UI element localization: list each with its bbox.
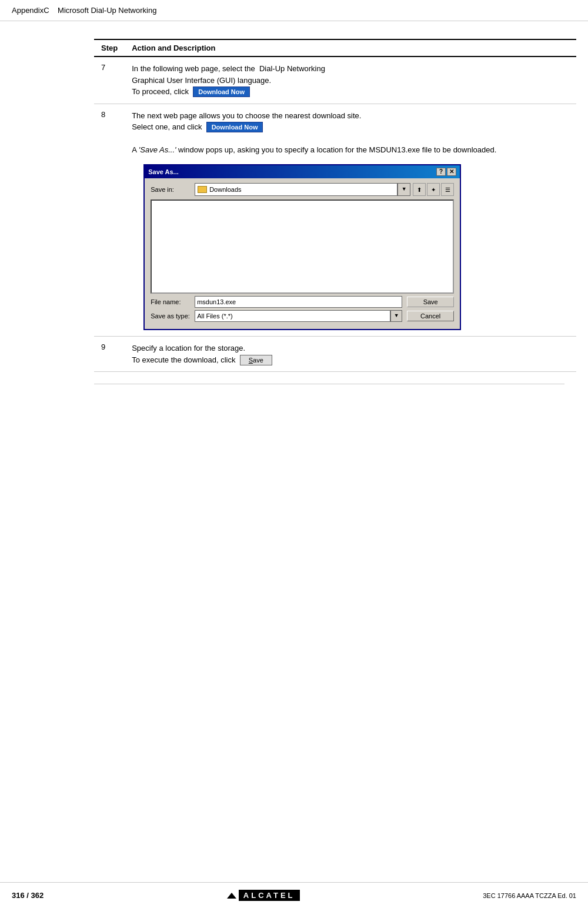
triangle-icon	[227, 893, 236, 899]
table-row: 9 Specify a location for the storage. To…	[94, 337, 576, 372]
save-label: ave	[253, 357, 263, 364]
dialog-titlebar: Save As... ? ✕	[145, 165, 460, 179]
savein-value: Downloads	[209, 185, 241, 195]
step8-para2: A 'Save As...' window pops up, asking yo…	[132, 145, 496, 154]
header-title: Microsoft Dial-Up Networking	[58, 6, 156, 15]
table-row: 8 The next web page allows you to choose…	[94, 104, 576, 337]
toolbar-btn-3[interactable]: ☰	[441, 183, 454, 196]
col-action: Action and Description	[125, 39, 576, 56]
savein-box[interactable]: Downloads	[195, 183, 397, 196]
alcatel-logo-block: ALCATEL	[239, 890, 300, 901]
savetype-label: Save as type:	[151, 311, 195, 321]
savein-control: Downloads ▼ ⬆ ✦ ☰	[195, 183, 454, 196]
dialog-savein-row: Save in: Downloads ▼ ⬆ ✦	[151, 183, 454, 196]
dialog-help-button[interactable]: ?	[436, 168, 446, 176]
step-action: In the following web page, select the Di…	[125, 56, 576, 104]
footer-logo: ALCATEL	[227, 890, 300, 901]
step7-line3: To proceed, click	[132, 87, 191, 96]
toolbar-btn-2[interactable]: ✦	[427, 183, 440, 196]
table-row: 7 In the following web page, select the …	[94, 56, 576, 104]
download-now-button-2[interactable]: Download Now	[206, 122, 263, 132]
filename-label: File name:	[151, 297, 195, 307]
alcatel-logo-text: ALCATEL	[243, 891, 295, 900]
col-step: Step	[94, 39, 125, 56]
savein-dropdown[interactable]: ▼	[397, 183, 410, 196]
folder-icon	[198, 186, 207, 193]
dialog-file-area	[151, 199, 454, 294]
savetype-dropdown[interactable]: ▼	[390, 310, 402, 322]
step7-line2: Graphical User Interface (GUI) language.	[132, 76, 271, 85]
savein-label: Save in:	[151, 185, 195, 195]
dialog-toolbar: ⬆ ✦ ☰	[413, 183, 454, 196]
dialog-cancel-button[interactable]: Cancel	[407, 311, 454, 321]
download-now-button-1[interactable]: Download Now	[193, 87, 250, 97]
step-number: 9	[94, 337, 125, 372]
save-as-dialog: Save As... ? ✕ Save in:	[143, 164, 461, 331]
step8-line1: The next web page allows you to choose t…	[132, 111, 361, 120]
filename-input[interactable]	[195, 296, 402, 308]
savetype-input[interactable]	[195, 310, 390, 322]
step9-line2: To execute the download, click	[132, 355, 238, 364]
page-number: 316 / 362	[12, 891, 44, 900]
toolbar-btn-1[interactable]: ⬆	[413, 183, 426, 196]
filename-row: File name: Save	[151, 296, 454, 308]
step9-line1: Specify a location for the storage.	[132, 344, 245, 352]
dialog-title: Save As...	[148, 167, 179, 177]
dialog-close-button[interactable]: ✕	[447, 168, 456, 176]
header-appendix: AppendixC	[12, 6, 49, 15]
page-footer: 316 / 362 ALCATEL 3EC 17766 AAAA TCZZA E…	[0, 882, 588, 908]
step7-line1: In the following web page, select the Di…	[132, 64, 325, 73]
main-content: Step Action and Description 7 In the fol…	[0, 21, 588, 408]
doc-reference: 3EC 17766 AAAA TCZZA Ed. 01	[483, 892, 576, 899]
step-number: 8	[94, 104, 125, 337]
content-separator	[94, 384, 564, 384]
step-table: Step Action and Description 7 In the fol…	[94, 39, 576, 372]
alcatel-triangle	[227, 893, 236, 899]
step8-line2: Select one, and click	[132, 122, 204, 131]
savetype-row: Save as type: ▼ Cancel	[151, 310, 454, 322]
step-number: 7	[94, 56, 125, 104]
step-action: Specify a location for the storage. To e…	[125, 337, 576, 372]
dialog-save-button[interactable]: Save	[407, 297, 454, 307]
step-action: The next web page allows you to choose t…	[125, 104, 576, 337]
dialog-titlebar-buttons: ? ✕	[436, 168, 456, 176]
header-separator	[49, 6, 58, 15]
save-button-inline[interactable]: Save	[240, 355, 272, 365]
page-header: AppendixC Microsoft Dial-Up Networking	[0, 0, 588, 21]
dialog-body: Save in: Downloads ▼ ⬆ ✦	[145, 178, 460, 329]
